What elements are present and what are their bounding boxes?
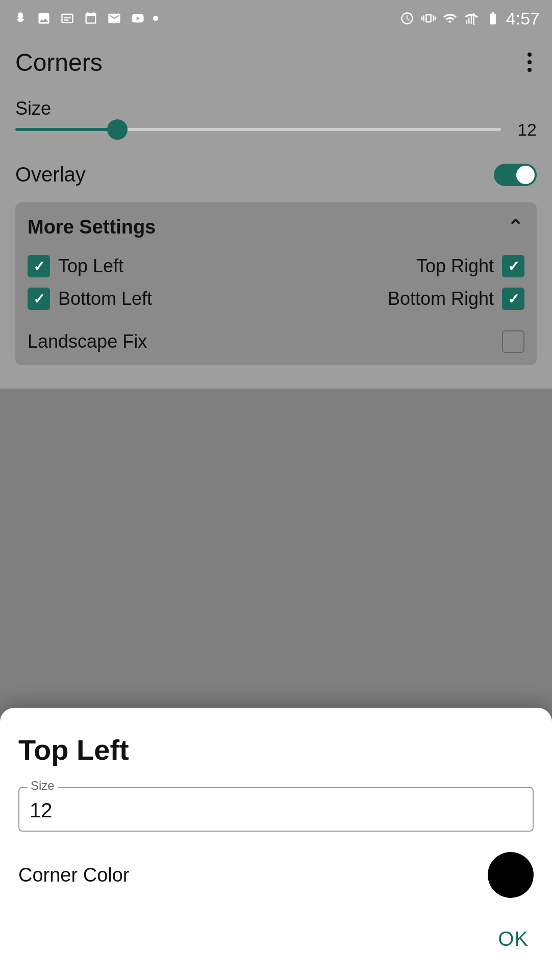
bottom-checkboxes-row: ✓ Bottom Left Bottom Right ✓ xyxy=(28,288,524,310)
snapchat-icon xyxy=(12,10,29,27)
landscape-fix-row: Landscape Fix xyxy=(28,330,524,353)
size-input-value: 12 xyxy=(30,798,522,822)
ok-button[interactable]: OK xyxy=(493,923,534,955)
ok-row: OK xyxy=(18,923,534,955)
app-bar: Corners xyxy=(0,37,552,88)
bottom-left-label: Bottom Left xyxy=(58,288,152,310)
bottom-left-checkbox-box: ✓ xyxy=(28,288,50,310)
more-settings-title: More Settings xyxy=(28,216,156,238)
bottom-right-checkbox-box: ✓ xyxy=(502,288,524,310)
size-input-container[interactable]: Size 12 xyxy=(18,787,534,832)
status-icons-left xyxy=(12,10,158,27)
top-left-checkmark: ✓ xyxy=(33,258,45,275)
top-right-label: Top Right xyxy=(416,255,494,277)
size-slider-row: 12 xyxy=(15,119,537,140)
size-slider[interactable] xyxy=(15,119,501,140)
bottom-right-checkmark: ✓ xyxy=(508,291,519,307)
app-title: Corners xyxy=(15,48,103,76)
slider-value: 12 xyxy=(511,120,537,140)
main-content: Size 12 Overlay More Settings ⌃ xyxy=(0,88,552,389)
signal-icon xyxy=(463,10,480,27)
more-dot-3 xyxy=(528,68,532,72)
status-icons-right: 4:57 xyxy=(399,9,540,29)
vibrate-icon xyxy=(420,10,437,27)
status-time: 4:57 xyxy=(506,9,540,29)
top-right-checkmark: ✓ xyxy=(508,258,519,275)
status-bar: 4:57 xyxy=(0,0,552,37)
size-label: Size xyxy=(15,98,51,119)
corner-color-swatch[interactable] xyxy=(488,852,534,898)
top-right-checkbox[interactable]: Top Right ✓ xyxy=(416,255,524,277)
size-input-label: Size xyxy=(28,779,58,793)
checkbox-grid: ✓ Top Left Top Right ✓ ✓ Bottom L xyxy=(28,255,524,353)
overlay-toggle[interactable] xyxy=(494,164,537,186)
more-dot-2 xyxy=(528,60,532,64)
more-settings-header: More Settings ⌃ xyxy=(28,215,524,240)
more-dot-1 xyxy=(528,53,532,57)
more-settings-card: More Settings ⌃ ✓ Top Left Top Right ✓ xyxy=(15,202,537,365)
bottom-left-checkbox[interactable]: ✓ Bottom Left xyxy=(28,288,152,310)
top-left-label: Top Left xyxy=(58,255,123,277)
slider-fill xyxy=(15,128,117,131)
corner-color-row: Corner Color xyxy=(18,852,534,898)
wifi-icon xyxy=(442,10,458,27)
calendar-icon xyxy=(83,10,99,27)
youtube-icon xyxy=(130,10,146,27)
top-right-checkbox-box: ✓ xyxy=(502,255,524,277)
more-options-button[interactable] xyxy=(522,47,537,77)
overlay-row: Overlay xyxy=(15,155,537,194)
size-section: Size 12 xyxy=(15,98,537,140)
overlay-label: Overlay xyxy=(15,163,86,186)
top-checkboxes-row: ✓ Top Left Top Right ✓ xyxy=(28,255,524,277)
slider-track xyxy=(15,128,501,131)
landscape-fix-label: Landscape Fix xyxy=(28,331,147,352)
news-icon xyxy=(59,10,76,27)
mail-icon xyxy=(106,10,122,27)
bottom-left-checkmark: ✓ xyxy=(33,291,45,307)
notification-dot xyxy=(153,16,158,21)
gallery-icon xyxy=(36,10,52,27)
bottom-right-checkbox[interactable]: Bottom Right ✓ xyxy=(388,288,524,310)
top-left-checkbox-box: ✓ xyxy=(28,255,50,277)
bottom-right-label: Bottom Right xyxy=(388,288,494,310)
alarm-icon xyxy=(399,10,415,27)
collapse-icon[interactable]: ⌃ xyxy=(507,215,524,240)
landscape-fix-checkbox[interactable] xyxy=(502,330,524,353)
modal-bottom-sheet: Top Left Size 12 Corner Color OK xyxy=(0,708,552,980)
top-left-checkbox[interactable]: ✓ Top Left xyxy=(28,255,123,277)
modal-title: Top Left xyxy=(18,733,534,766)
battery-icon xyxy=(485,10,501,27)
slider-thumb[interactable] xyxy=(107,119,128,140)
corner-color-label: Corner Color xyxy=(18,864,130,886)
toggle-thumb xyxy=(516,166,535,184)
